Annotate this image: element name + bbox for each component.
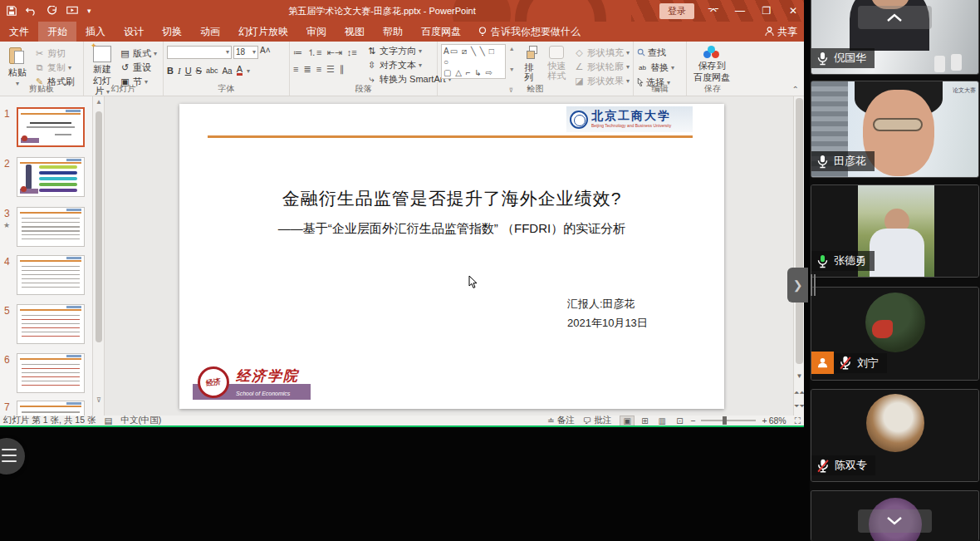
save-to-baidu-button[interactable]: 保存到 百度网盘 (690, 44, 733, 84)
layout-button[interactable]: ▤版式▾ (120, 47, 157, 60)
tab-animations[interactable]: 动画 (191, 22, 229, 42)
italic-button[interactable]: I (178, 66, 181, 76)
comments-button[interactable]: 🗩批注 (583, 415, 612, 426)
tab-file[interactable]: 文件 (0, 22, 38, 42)
character-spacing-button[interactable]: abc (206, 66, 218, 75)
member-list-floating-button[interactable] (0, 438, 25, 475)
qat-customize-icon[interactable]: ▾ (87, 7, 91, 15)
shape-fill-button[interactable]: ◇形状填充▾ (574, 46, 630, 59)
scroll-down-icon[interactable]: ⊽ (93, 396, 105, 404)
zoom-out-button[interactable]: − (690, 416, 695, 425)
scrollbar-thumb[interactable] (96, 111, 102, 342)
font-color-button[interactable]: A (237, 66, 243, 76)
align-left-icon[interactable]: ≡ (293, 64, 298, 74)
redo-icon[interactable] (47, 6, 57, 16)
previous-slide-icon[interactable]: ⏶⏶ (794, 387, 804, 399)
shapes-scroll-up-icon[interactable]: ▲ (509, 46, 515, 52)
slide-thumbnail-7[interactable] (17, 401, 85, 416)
slide-1[interactable]: 北京工商大学 Beijing Technology and Business U… (179, 104, 724, 409)
close-button[interactable]: ✕ (786, 0, 801, 22)
slide-thumbnail-6[interactable] (17, 353, 85, 393)
slide-divider-rule (208, 135, 693, 138)
slide-thumbnail-3[interactable] (17, 207, 85, 247)
find-button[interactable]: 查找 (637, 46, 674, 59)
zoom-slider-knob[interactable] (723, 416, 727, 425)
scroll-down-icon[interactable]: ▼ (794, 371, 804, 382)
panel-expand-button[interactable]: ❯ (787, 268, 808, 302)
tab-home[interactable]: 开始 (38, 22, 76, 42)
slide-scrollbar[interactable]: ▼ ⏶⏶ ⏷⏷ (793, 96, 804, 416)
slide-thumbnail-5[interactable] (17, 304, 85, 344)
tab-design[interactable]: 设计 (115, 22, 153, 42)
tab-slideshow[interactable]: 幻灯片放映 (229, 22, 297, 42)
scroll-up-icon[interactable]: ▲ (93, 98, 105, 106)
zoom-slider[interactable] (701, 420, 756, 421)
participant-tile[interactable]: 张德勇 (811, 184, 979, 278)
numbering-icon[interactable]: ⒈≡ (307, 47, 321, 59)
participant-tile[interactable]: 刘宁 (811, 287, 979, 381)
ribbon-display-options-icon[interactable]: ⌤ (706, 0, 721, 22)
scroll-up-overlay[interactable] (858, 6, 931, 29)
restore-button[interactable]: ❐ (759, 0, 774, 22)
group-paragraph: ≔ ⒈≡ ⇤⇥ ↕≡ ≡ ≣ ≡ ☰ ∥ ⇅文字方向▾ ⇳对齐文本▾ ⤷转换为 … (290, 42, 438, 96)
scroll-down-overlay[interactable] (858, 509, 931, 533)
notes-button[interactable]: ≐备注 (547, 415, 575, 426)
normal-view-button[interactable]: ▣ (620, 416, 635, 426)
zoom-percentage[interactable]: 68% (769, 416, 786, 425)
underline-button[interactable]: U (185, 66, 192, 76)
font-size-combo[interactable]: 18▾ (233, 46, 258, 59)
slide-sorter-view-button[interactable]: ⊞ (637, 416, 652, 425)
panel-drag-handle[interactable] (811, 274, 816, 296)
save-icon[interactable] (7, 6, 17, 16)
cut-button[interactable]: ✂剪切 (34, 47, 75, 60)
columns-icon[interactable]: ∥ (340, 64, 345, 75)
slide-title: 金融衍生品监管是否提升了海外企业绩效? (179, 187, 724, 210)
grow-font-icon[interactable]: A˄ (260, 46, 271, 59)
collapse-ribbon-icon[interactable]: ⌃ (792, 85, 799, 94)
shapes-scroll-down-icon[interactable]: ▼ (509, 66, 515, 72)
shapes-gallery[interactable]: A▭ ⧄ ╲ ╲ □ ○ ▢ △ ⌐ ↳ ⇨ ⇩ ◠ ◡ ⌒ ∿ { } (441, 44, 506, 79)
tab-baidu-netdisk[interactable]: 百度网盘 (412, 22, 470, 42)
participant-tile[interactable]: 陈双专 (811, 389, 979, 482)
align-right-icon[interactable]: ≡ (316, 64, 321, 74)
participant-tile[interactable]: 论文大赛 田彦花 (811, 81, 979, 178)
next-slide-icon[interactable]: ⏷⏷ (794, 401, 804, 412)
strikethrough-button[interactable]: S (196, 66, 202, 76)
fit-to-window-icon[interactable]: ⛶ (795, 416, 801, 426)
search-icon (637, 48, 645, 57)
start-slideshow-icon[interactable] (66, 6, 78, 16)
reset-button[interactable]: ↺重设 (120, 61, 157, 74)
minimize-button[interactable]: — (733, 0, 747, 22)
tab-insert[interactable]: 插入 (76, 22, 115, 42)
tab-view[interactable]: 视图 (336, 22, 374, 42)
reading-view-button[interactable]: ▥ (654, 416, 669, 425)
bold-button[interactable]: B (167, 66, 174, 76)
slide-thumbnail-1[interactable] (17, 107, 85, 147)
line-spacing-icon[interactable]: ↕≡ (347, 47, 357, 57)
thumbnail-scrollbar[interactable]: ▲ ⊽ (93, 96, 105, 416)
language-status[interactable]: 中文(中国) (120, 415, 161, 426)
tab-transitions[interactable]: 切换 (153, 22, 191, 42)
replace-button[interactable]: ab替换▾ (637, 61, 674, 74)
slide-thumbnail-4[interactable] (17, 255, 85, 295)
shape-outline-button[interactable]: ∠形状轮廓▾ (574, 60, 630, 73)
scrollbar-thumb[interactable] (796, 98, 803, 364)
participant-tile[interactable]: 倪国华 (811, 0, 979, 75)
change-case-button[interactable]: Aa (222, 66, 232, 76)
justify-icon[interactable]: ☰ (326, 64, 335, 75)
zoom-in-button[interactable]: + (762, 416, 767, 425)
login-button[interactable]: 登录 (659, 3, 694, 19)
align-center-icon[interactable]: ≣ (303, 64, 311, 75)
indent-icons[interactable]: ⇤⇥ (326, 47, 341, 58)
font-name-combo[interactable]: ▾ (167, 46, 232, 59)
tab-help[interactable]: 帮助 (374, 22, 412, 42)
tell-me-box[interactable]: 告诉我你想要做什么 (470, 22, 589, 42)
bullets-icon[interactable]: ≔ (293, 47, 302, 58)
undo-icon[interactable] (26, 6, 37, 16)
tab-review[interactable]: 审阅 (297, 22, 336, 42)
participant-tile[interactable] (811, 490, 979, 541)
slide-thumbnail-2[interactable] (17, 157, 85, 197)
copy-button[interactable]: ⧉复制 ▾ (34, 61, 75, 74)
slideshow-view-button[interactable]: ⊡ (672, 416, 687, 425)
share-button[interactable]: 共享 (765, 22, 797, 42)
